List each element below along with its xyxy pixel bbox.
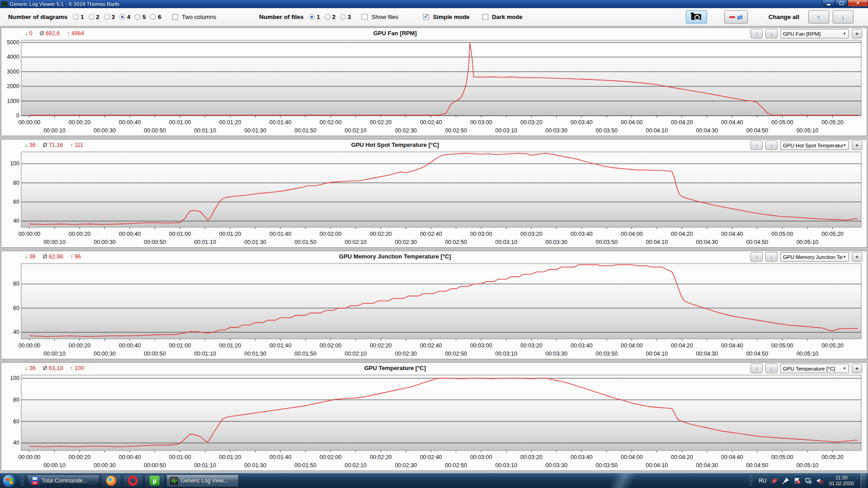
diagrams-radio-2[interactable] <box>89 14 94 20</box>
move-down-button[interactable]: ↓ <box>765 141 778 150</box>
svg-text:00:04:40: 00:04:40 <box>721 119 743 126</box>
change-all-up-button[interactable]: ↑ <box>808 10 829 23</box>
svg-text:00:04:30: 00:04:30 <box>696 462 718 469</box>
camera-icon <box>691 14 701 20</box>
network-icon[interactable] <box>805 477 812 484</box>
svg-text:00:03:30: 00:03:30 <box>545 127 567 134</box>
close-button[interactable]: × <box>848 0 868 7</box>
diagrams-radio-4[interactable] <box>119 14 125 20</box>
files-radio-3[interactable] <box>340 14 346 20</box>
move-down-button[interactable]: ↓ <box>765 364 778 373</box>
svg-text:00:00:50: 00:00:50 <box>144 462 166 469</box>
svg-text:00:04:10: 00:04:10 <box>646 462 668 469</box>
antivirus-icon[interactable] <box>771 477 778 484</box>
svg-text:00:04:00: 00:04:00 <box>621 231 643 237</box>
move-up-button[interactable]: ↑ <box>750 364 763 373</box>
move-down-button[interactable]: ↓ <box>765 252 778 262</box>
svg-text:00:05:10: 00:05:10 <box>797 239 819 245</box>
pin-icon[interactable] <box>782 477 789 484</box>
screenshot-button[interactable] <box>686 10 707 23</box>
start-button[interactable] <box>2 474 16 488</box>
add-signal-button[interactable]: + <box>852 29 862 38</box>
change-all-down-button[interactable]: ↓ <box>833 10 854 23</box>
two-columns-checkbox[interactable] <box>172 14 178 20</box>
files-radio-1[interactable] <box>309 14 315 20</box>
taskbar-app-generic-log-viewer[interactable]: Generic Log View... <box>166 474 239 487</box>
taskbar-app-opera[interactable] <box>123 474 143 487</box>
windows-logo-icon <box>6 478 13 484</box>
diagrams-radio-3[interactable] <box>104 14 110 20</box>
svg-text:00:05:20: 00:05:20 <box>821 231 844 237</box>
svg-text:00:00:30: 00:00:30 <box>94 462 116 469</box>
taskbar-app-firefox[interactable] <box>101 474 121 487</box>
svg-text:00:04:00: 00:04:00 <box>621 119 643 126</box>
add-signal-button[interactable]: + <box>852 141 862 150</box>
svg-text:00:00:30: 00:00:30 <box>94 351 116 357</box>
chart-stats: ↓ 36Ø 71,16↑ 111 <box>25 142 90 148</box>
svg-text:00:04:20: 00:04:20 <box>671 454 693 460</box>
avg-icon: Ø <box>40 30 44 37</box>
arrow-down-icon: ↓ <box>770 366 773 371</box>
taskbar-grip <box>20 475 24 487</box>
minimize-button[interactable] <box>822 0 835 7</box>
svg-text:00:04:30: 00:04:30 <box>696 239 718 245</box>
avg-icon: Ø <box>43 142 47 148</box>
show-files-label: Show files <box>372 14 398 20</box>
svg-text:1000: 1000 <box>7 98 19 104</box>
avg-icon: Ø <box>43 253 47 260</box>
add-signal-button[interactable]: + <box>852 252 862 262</box>
svg-text:00:03:30: 00:03:30 <box>545 462 567 469</box>
action-center-icon[interactable] <box>793 477 801 484</box>
plot-area: 01000200030004000500000:00:0000:00:2000:… <box>1 39 867 136</box>
move-up-button[interactable]: ↑ <box>750 29 763 38</box>
svg-text:00:00:00: 00:00:00 <box>19 454 41 460</box>
clock[interactable]: 11:30 01.02.2020 <box>829 475 854 487</box>
svg-text:100: 100 <box>10 375 19 381</box>
svg-text:00:03:10: 00:03:10 <box>495 351 517 357</box>
chart-panel-3: ↓ 36Ø 62,98↑ 96GPU Memory Junction Tempe… <box>1 251 867 359</box>
language-indicator[interactable]: RU <box>759 478 767 484</box>
files-radio-2[interactable] <box>325 14 330 20</box>
move-down-button[interactable]: ↓ <box>765 29 778 38</box>
svg-text:00:02:20: 00:02:20 <box>370 454 392 460</box>
diagrams-radio-1[interactable] <box>73 14 79 20</box>
move-up-button[interactable]: ↑ <box>750 252 763 262</box>
volume-muted-icon[interactable] <box>816 477 823 484</box>
chevron-down-icon: ▼ <box>843 32 846 36</box>
svg-text:00:04:50: 00:04:50 <box>746 239 769 245</box>
svg-text:00:03:20: 00:03:20 <box>520 454 542 460</box>
diagrams-radio-6[interactable] <box>150 14 156 20</box>
swap-button[interactable]: ⇄ <box>724 10 748 23</box>
simple-mode-checkbox[interactable] <box>423 14 429 20</box>
svg-text:00:00:30: 00:00:30 <box>94 239 116 245</box>
show-files-checkbox[interactable] <box>362 14 368 20</box>
taskbar-app-total-commander[interactable]: Total Commande... <box>27 474 99 487</box>
show-desktop-button[interactable] <box>861 473 866 488</box>
arrow-up-icon: ↑ <box>755 366 758 371</box>
svg-text:00:03:50: 00:03:50 <box>596 462 618 469</box>
svg-text:00:00:10: 00:00:10 <box>43 351 66 357</box>
signal-select[interactable]: GPU Temperature [°C]▼ <box>780 364 849 373</box>
svg-text:00:01:20: 00:01:20 <box>219 343 241 349</box>
svg-text:00:03:30: 00:03:30 <box>545 351 567 357</box>
svg-text:00:00:00: 00:00:00 <box>19 343 41 349</box>
maximize-button[interactable] <box>835 0 848 7</box>
taskbar-app-utorrent[interactable]: µ <box>145 474 165 487</box>
signal-select[interactable]: GPU Hot Spot Temperatur▼ <box>780 141 849 150</box>
svg-text:00:04:00: 00:04:00 <box>621 454 643 460</box>
svg-text:00:02:00: 00:02:00 <box>320 119 342 126</box>
chart-stats: ↓ 36Ø 63,18↑ 100 <box>25 365 91 371</box>
svg-text:00:01:40: 00:01:40 <box>269 454 292 460</box>
diagrams-radio-5[interactable] <box>135 14 141 20</box>
utorrent-icon: µ <box>150 476 160 486</box>
svg-text:00:01:10: 00:01:10 <box>194 239 216 245</box>
svg-text:40: 40 <box>13 440 19 446</box>
move-up-button[interactable]: ↑ <box>750 141 763 150</box>
dark-mode-checkbox[interactable] <box>482 14 488 20</box>
swap-arrows-icon: ⇄ <box>737 14 743 20</box>
add-signal-button[interactable]: + <box>852 364 862 373</box>
svg-text:00:03:00: 00:03:00 <box>470 231 492 237</box>
files-radio-label: 1 <box>316 14 320 20</box>
signal-select[interactable]: GPU Memory Junction Ter▼ <box>780 252 849 262</box>
signal-select[interactable]: GPU Fan [RPM]▼ <box>780 29 849 38</box>
